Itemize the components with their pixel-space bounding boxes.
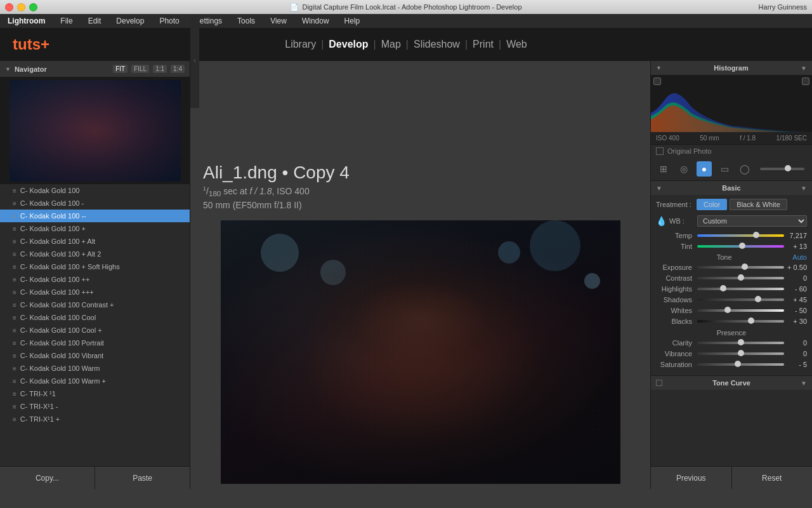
photo-frame[interactable] <box>221 220 620 484</box>
preset-item[interactable]: ≡C- TRI-X ¹1 <box>0 387 190 400</box>
menu-tools[interactable]: Tools <box>235 17 258 25</box>
tint-slider[interactable] <box>697 245 784 248</box>
menu-help[interactable]: Help <box>342 17 363 25</box>
zoom-1-4[interactable]: 1:4 <box>171 65 185 73</box>
menu-develop[interactable]: Develop <box>114 17 147 25</box>
preset-item[interactable]: ≡C- Kodak Gold 100 <box>0 184 190 197</box>
nav-print[interactable]: Print <box>473 39 494 50</box>
original-photo-checkbox[interactable] <box>656 147 664 155</box>
eyedropper-icon[interactable]: 💧 <box>656 216 667 226</box>
app-name[interactable]: Lightroom <box>5 17 48 25</box>
preset-item[interactable]: ≡C- Kodak Gold 100 Vibrant <box>0 349 190 362</box>
preset-icon: ≡ <box>13 289 16 296</box>
blacks-thumb[interactable] <box>748 318 754 324</box>
left-panel: ▼ Navigator FIT FILL 1:1 1:4 ≡C- Kodak G… <box>0 61 190 489</box>
left-panel-toggle[interactable]: ‹ <box>190 14 199 108</box>
radial-filter-tool[interactable]: ◯ <box>737 161 752 177</box>
preset-item[interactable]: ≡C- TRI-X¹1 + <box>0 413 190 425</box>
treatment-color-btn[interactable]: Color <box>697 199 727 210</box>
maximize-button[interactable] <box>29 3 37 11</box>
copy-button[interactable]: Copy... <box>0 467 95 489</box>
tone-curve-header[interactable]: Tone Curve ▼ <box>651 376 812 390</box>
menu-view[interactable]: View <box>268 17 289 25</box>
saturation-slider[interactable] <box>697 363 784 366</box>
preset-label: C- Kodak Gold 100 Cool <box>20 314 96 321</box>
close-button[interactable] <box>5 3 13 11</box>
menu-file[interactable]: File <box>58 17 75 25</box>
preset-item[interactable]: ≡C- Kodak Gold 100 Portrait <box>0 337 190 349</box>
highlights-slider[interactable] <box>697 288 784 290</box>
auto-button[interactable]: Auto <box>792 253 807 261</box>
clarity-slider[interactable] <box>697 342 784 344</box>
histogram-triangle[interactable]: ▼ <box>656 65 662 71</box>
preset-label: C- Kodak Gold 100 Cool + <box>20 326 102 334</box>
preset-item[interactable]: ≡C- Kodak Gold 100 + Alt <box>0 235 190 248</box>
whites-thumb[interactable] <box>724 307 731 313</box>
reset-button[interactable]: Reset <box>732 467 813 489</box>
wb-select[interactable]: Custom <box>697 215 807 227</box>
preset-icon: ≡ <box>13 264 16 271</box>
preset-item[interactable]: ≡C- Kodak Gold 100 Warm <box>0 362 190 375</box>
preset-item[interactable]: ≡C- Kodak Gold 100 +++ <box>0 286 190 298</box>
spot-removal-tool[interactable]: ◎ <box>676 161 691 177</box>
graduated-filter-tool[interactable]: ▭ <box>717 161 732 177</box>
nav-slideshow[interactable]: Slideshow <box>414 39 460 50</box>
contrast-thumb[interactable] <box>738 274 744 281</box>
nav-develop[interactable]: Develop <box>329 39 368 50</box>
histogram-options[interactable]: ▼ <box>801 65 807 72</box>
nav-map[interactable]: Map <box>381 39 401 50</box>
treatment-bw-btn[interactable]: Black & White <box>730 199 787 210</box>
preset-item[interactable]: ≡C- Kodak Gold 100 + Soft Highs <box>0 260 190 273</box>
tool-opacity-slider[interactable] <box>760 168 804 170</box>
menu-photo[interactable]: Photo <box>157 17 181 25</box>
blacks-slider[interactable] <box>697 320 784 323</box>
vibrance-slider[interactable] <box>697 352 784 355</box>
preset-item[interactable]: ≡C- Kodak Gold 100 Contrast + <box>0 298 190 311</box>
tool-opacity-thumb[interactable] <box>785 165 791 171</box>
preset-item[interactable]: ≡C- Kodak Gold 100 Cool <box>0 311 190 324</box>
shadows-slider[interactable] <box>697 298 784 301</box>
menu-edit[interactable]: Edit <box>86 17 104 25</box>
preset-item[interactable]: ≡C- Kodak Gold 100 + <box>0 222 190 235</box>
contrast-slider[interactable] <box>697 277 784 279</box>
preset-item[interactable]: ≡C- Kodak Gold 100 ++ <box>0 273 190 286</box>
zoom-1-1[interactable]: 1:1 <box>153 65 167 73</box>
exposure-slider[interactable] <box>697 266 784 269</box>
preset-item[interactable]: ≡C- Kodak Gold 100 Warm + <box>0 375 190 387</box>
basic-options-icon[interactable]: ▼ <box>801 185 807 192</box>
vibrance-label: Vibrance <box>656 350 697 358</box>
previous-button[interactable]: Previous <box>651 467 732 489</box>
temp-thumb[interactable] <box>753 232 759 238</box>
zoom-fit[interactable]: FIT <box>113 65 128 73</box>
paste-button[interactable]: Paste <box>95 467 190 489</box>
preset-item[interactable]: ≡C- TRI-X¹1 - <box>0 400 190 413</box>
nav-collapse-arrow[interactable]: ▼ <box>5 66 11 72</box>
traffic-lights[interactable] <box>5 3 37 11</box>
tint-thumb[interactable] <box>739 243 745 249</box>
tone-curve-options[interactable]: ▼ <box>801 380 807 387</box>
vibrance-thumb[interactable] <box>738 350 744 356</box>
preset-icon: ≡ <box>13 327 16 334</box>
highlights-thumb[interactable] <box>720 285 726 291</box>
basic-section-header[interactable]: ▼ Basic ▼ <box>651 181 812 195</box>
zoom-fill[interactable]: FILL <box>131 65 149 73</box>
temp-slider[interactable] <box>697 234 784 237</box>
clarity-thumb[interactable] <box>738 339 744 345</box>
redeye-tool[interactable]: ● <box>697 161 712 177</box>
menu-window[interactable]: Window <box>299 17 332 25</box>
whites-slider[interactable] <box>697 309 784 312</box>
nav-web[interactable]: Web <box>506 39 527 50</box>
preset-item[interactable]: ≡C- Kodak Gold 100 -- <box>0 210 190 222</box>
preset-item[interactable]: ≡C- Kodak Gold 100 + Alt 2 <box>0 248 190 260</box>
minimize-button[interactable] <box>17 3 25 11</box>
shadows-thumb[interactable] <box>755 296 761 302</box>
preset-item[interactable]: ≡C- Kodak Gold 100 - <box>0 197 190 210</box>
preset-icon: ≡ <box>13 238 16 245</box>
saturation-thumb[interactable] <box>735 361 741 367</box>
histogram-clipping-shadows[interactable] <box>653 77 661 85</box>
exposure-thumb[interactable] <box>742 264 748 270</box>
nav-library[interactable]: Library <box>285 39 316 50</box>
histogram-clipping-highlights[interactable] <box>802 77 809 85</box>
crop-tool[interactable]: ⊞ <box>656 161 671 177</box>
preset-item[interactable]: ≡C- Kodak Gold 100 Cool + <box>0 324 190 337</box>
